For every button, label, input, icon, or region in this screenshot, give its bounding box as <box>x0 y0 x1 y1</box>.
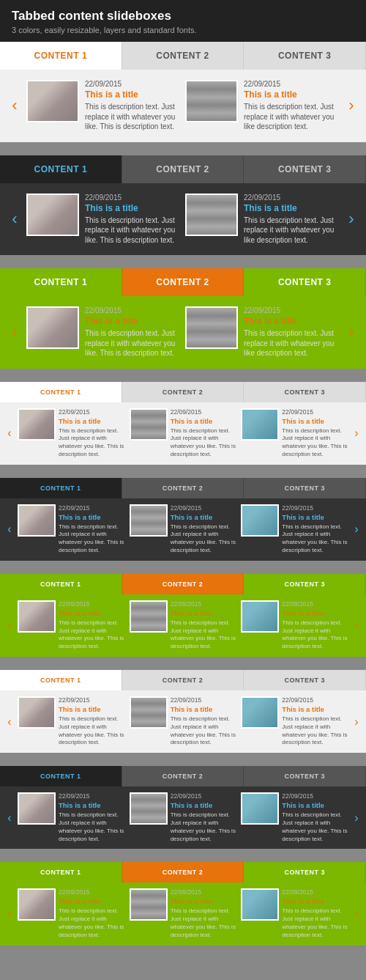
slide-item-1-light: 22/09/2015 This is a title This is descr… <box>26 80 181 132</box>
thumb-sd2-2 <box>130 792 168 825</box>
tab-bar-small-green2: CONTENT 1 CONTENT 2 CONTENT 3 <box>0 862 366 883</box>
slider-content-small-green: ‹ 22/09/2015 This is a title This is des… <box>0 594 366 657</box>
prev-arrow-dark[interactable]: ‹ <box>3 207 26 231</box>
next-arrow-sg2[interactable]: › <box>348 906 365 922</box>
slide-desc-sl2-3: This is description text. Just replace i… <box>282 715 348 747</box>
slide-title-sl2-3: This is a title <box>282 705 348 713</box>
prev-arrow-green[interactable]: ‹ <box>3 320 26 344</box>
tab-dark-1[interactable]: CONTENT 1 <box>0 155 122 183</box>
tab-sg-1[interactable]: CONTENT 1 <box>0 574 122 594</box>
tab-sl2-1[interactable]: CONTENT 1 <box>0 670 122 690</box>
tab-light-1[interactable]: CONTENT 1 <box>0 42 122 70</box>
tab-sg-2[interactable]: CONTENT 2 <box>122 574 244 594</box>
tab-green-1[interactable]: CONTENT 1 <box>0 268 122 296</box>
thumb-sd2-1 <box>18 792 56 825</box>
tab-dark-3[interactable]: CONTENT 3 <box>244 155 366 183</box>
slide-text-sl-1: 22/09/2015 This is a title This is descr… <box>59 408 125 459</box>
tab-sd2-2[interactable]: CONTENT 2 <box>122 766 244 786</box>
thumb-1-dark <box>26 194 79 236</box>
gap-3 <box>0 375 366 382</box>
slide-desc-sd2-2: This is description text. Just replace i… <box>171 811 237 843</box>
thumb-sl2-2 <box>130 696 168 729</box>
prev-arrow-sg[interactable]: ‹ <box>1 617 18 633</box>
slide-date-1-green: 22/09/2015 <box>85 306 181 314</box>
thumb-sg2-1 <box>18 888 56 921</box>
section-small-green: CONTENT 1 CONTENT 2 CONTENT 3 ‹ 22/09/20… <box>0 574 366 657</box>
next-arrow-sd[interactable]: › <box>348 521 365 537</box>
items-row-sg: 22/09/2015 This is a title This is descr… <box>18 600 348 651</box>
tab-bar-small-dark: CONTENT 1 CONTENT 2 CONTENT 3 <box>0 478 366 498</box>
tab-sl-1[interactable]: CONTENT 1 <box>0 382 122 402</box>
slide-item-sg2-2: 22/09/2015 This is a title This is descr… <box>130 888 237 939</box>
tab-sg2-2[interactable]: CONTENT 2 <box>122 862 244 883</box>
tab-sl-2[interactable]: CONTENT 2 <box>122 382 244 402</box>
slide-item-sd2-2: 22/09/2015 This is a title This is descr… <box>130 792 237 843</box>
slider-large-green: CONTENT 1 CONTENT 2 CONTENT 3 ‹ 22/09/20… <box>0 268 366 369</box>
slide-title-sg-3: This is a title <box>282 609 348 617</box>
prev-arrow-sl[interactable]: ‹ <box>1 425 18 441</box>
thumb-sd-2 <box>130 504 168 537</box>
slide-item-sg2-1: 22/09/2015 This is a title This is descr… <box>18 888 125 939</box>
slide-date-2-dark: 22/09/2015 <box>244 194 340 202</box>
slide-date-sg-1: 22/09/2015 <box>59 600 125 608</box>
slide-item-sl-2: 22/09/2015 This is a title This is descr… <box>130 408 237 459</box>
tab-sd-2[interactable]: CONTENT 2 <box>122 478 244 498</box>
slide-title-1-green: This is a title <box>85 316 181 326</box>
next-arrow-dark[interactable]: › <box>340 207 363 231</box>
slide-item-sg-2: 22/09/2015 This is a title This is descr… <box>130 600 237 651</box>
slide-date-sd2-2: 22/09/2015 <box>171 792 237 800</box>
tab-sd2-1[interactable]: CONTENT 1 <box>0 766 122 786</box>
prev-arrow-sd[interactable]: ‹ <box>1 521 18 537</box>
tab-sl-3[interactable]: CONTENT 3 <box>244 382 366 402</box>
slide-desc-sd-1: This is description text. Just replace i… <box>59 523 125 555</box>
prev-arrow-light[interactable]: ‹ <box>3 94 26 117</box>
tab-light-2[interactable]: CONTENT 2 <box>122 42 244 70</box>
slide-desc-sl2-1: This is description text. Just replace i… <box>59 715 125 747</box>
prev-arrow-sl2[interactable]: ‹ <box>1 714 18 730</box>
slide-title-sd2-1: This is a title <box>59 801 125 809</box>
tab-sg-3[interactable]: CONTENT 3 <box>244 574 366 594</box>
slide-desc-sl2-2: This is description text. Just replace i… <box>171 715 237 747</box>
slide-item-sl-1: 22/09/2015 This is a title This is descr… <box>18 408 125 459</box>
tab-sg2-1[interactable]: CONTENT 1 <box>0 862 122 883</box>
slide-text-sd-2: 22/09/2015 This is a title This is descr… <box>171 504 237 555</box>
slide-item-sg-1: 22/09/2015 This is a title This is descr… <box>18 600 125 651</box>
next-arrow-sl2[interactable]: › <box>348 714 365 730</box>
slide-text-sd2-1: 22/09/2015 This is a title This is descr… <box>59 792 125 843</box>
slide-date-sl2-2: 22/09/2015 <box>171 696 237 704</box>
slide-date-1-dark: 22/09/2015 <box>85 194 181 202</box>
tab-sd2-3[interactable]: CONTENT 3 <box>244 766 366 786</box>
slide-text-sg2-3: 22/09/2015 This is a title This is descr… <box>282 888 348 939</box>
prev-arrow-sd2[interactable]: ‹ <box>1 810 18 826</box>
items-row-dark: 22/09/2015 This is a title This is descr… <box>26 194 340 246</box>
tab-sl2-2[interactable]: CONTENT 2 <box>122 670 244 690</box>
thumb-sd-1 <box>18 504 56 537</box>
slide-desc-sl-2: This is description text. Just replace i… <box>171 427 237 459</box>
slide-item-2-dark: 22/09/2015 This is a title This is descr… <box>185 194 340 246</box>
next-arrow-light[interactable]: › <box>340 94 363 117</box>
tab-light-3[interactable]: CONTENT 3 <box>244 42 366 70</box>
slide-item-sg2-3: 22/09/2015 This is a title This is descr… <box>241 888 348 939</box>
slide-date-sl-2: 22/09/2015 <box>171 408 237 416</box>
slide-title-2-dark: This is a title <box>244 203 340 213</box>
slide-desc-sd2-3: This is description text. Just replace i… <box>282 811 348 843</box>
next-arrow-sg[interactable]: › <box>348 617 365 633</box>
tab-dark-2[interactable]: CONTENT 2 <box>122 155 244 183</box>
tab-sd-3[interactable]: CONTENT 3 <box>244 478 366 498</box>
tab-green-3[interactable]: CONTENT 3 <box>244 268 366 296</box>
slide-text-sg-1: 22/09/2015 This is a title This is descr… <box>59 600 125 651</box>
slide-item-sg-3: 22/09/2015 This is a title This is descr… <box>241 600 348 651</box>
tab-sd-1[interactable]: CONTENT 1 <box>0 478 122 498</box>
slide-date-2-green: 22/09/2015 <box>244 306 340 314</box>
next-arrow-sd2[interactable]: › <box>348 810 365 826</box>
tab-sg2-3[interactable]: CONTENT 3 <box>244 862 366 883</box>
slide-desc-sg-1: This is description text. Just replace i… <box>59 619 125 651</box>
slide-item-sd2-1: 22/09/2015 This is a title This is descr… <box>18 792 125 843</box>
prev-arrow-sg2[interactable]: ‹ <box>1 906 18 922</box>
slide-title-sl2-1: This is a title <box>59 705 125 713</box>
tab-green-2[interactable]: CONTENT 2 <box>122 268 244 296</box>
tab-sl2-3[interactable]: CONTENT 3 <box>244 670 366 690</box>
next-arrow-sl[interactable]: › <box>348 425 365 441</box>
slide-title-sg-2: This is a title <box>171 609 237 617</box>
next-arrow-green[interactable]: › <box>340 320 363 344</box>
